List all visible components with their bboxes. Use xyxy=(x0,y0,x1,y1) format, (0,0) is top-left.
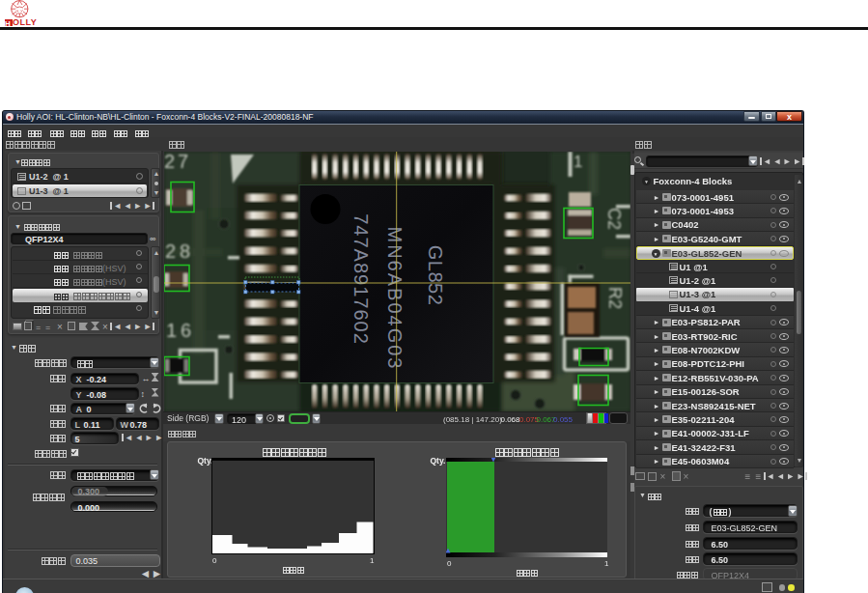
svg-text:C2: C2 xyxy=(604,208,624,230)
svg-text:27: 27 xyxy=(164,152,191,172)
svg-text:28: 28 xyxy=(165,240,194,262)
svg-text:MN6AB04G03: MN6AB04G03 xyxy=(384,226,406,370)
svg-text:1: 1 xyxy=(574,153,582,171)
svg-text:747A8917602: 747A8917602 xyxy=(350,213,372,345)
svg-text:16: 16 xyxy=(166,320,195,341)
svg-text:GL852: GL852 xyxy=(425,244,446,305)
svg-text:R2: R2 xyxy=(605,287,625,309)
